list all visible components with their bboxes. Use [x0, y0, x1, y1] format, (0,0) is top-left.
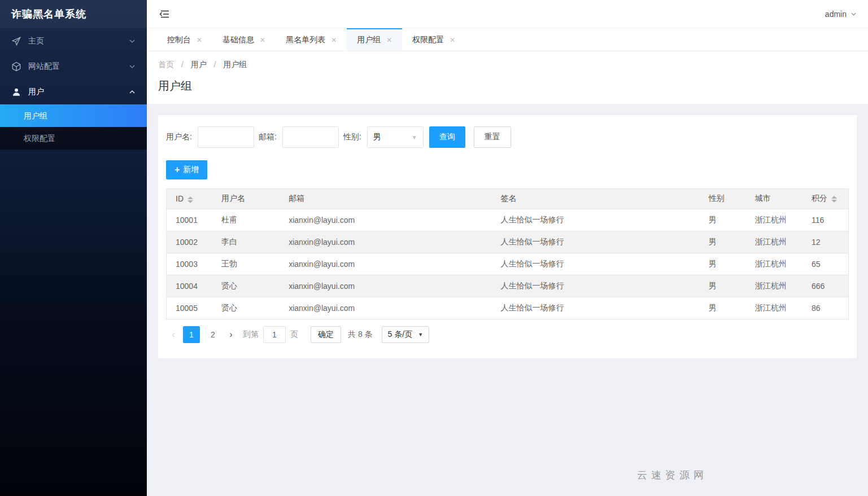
cell-score: 12: [802, 231, 848, 253]
per-page-value: 5 条/页: [388, 330, 413, 340]
chevron-down-icon: [129, 38, 136, 45]
cell-username: 杜甫: [212, 209, 280, 231]
column-header-city: 城市: [746, 189, 802, 209]
sidebar-item-site-config[interactable]: 网站配置: [0, 54, 147, 79]
cell-id: 10004: [167, 275, 212, 297]
app-title: 诈骗黑名单系统: [0, 0, 147, 28]
breadcrumb-separator: /: [214, 60, 216, 69]
next-page-icon[interactable]: ›: [224, 330, 238, 340]
sidebar: 诈骗黑名单系统 主页 网站配置: [0, 0, 147, 496]
column-header-score[interactable]: 积分: [802, 189, 848, 209]
user-menu[interactable]: admin: [825, 10, 857, 19]
goto-confirm-button[interactable]: 确定: [311, 326, 341, 343]
email-input[interactable]: [282, 126, 339, 148]
column-header-gender: 性别: [700, 189, 746, 209]
close-icon[interactable]: ✕: [260, 36, 265, 44]
cell-gender: 男: [700, 297, 746, 319]
column-header-signature: 签名: [491, 189, 699, 209]
cell-signature: 人生恰似一场修行: [491, 297, 699, 319]
cell-signature: 人生恰似一场修行: [491, 275, 699, 297]
column-header-id[interactable]: ID: [167, 189, 212, 209]
username-input[interactable]: [198, 126, 254, 148]
breadcrumb: 首页 / 用户 / 用户组: [158, 60, 857, 70]
cell-username: 贤心: [212, 297, 280, 319]
cell-signature: 人生恰似一场修行: [491, 209, 699, 231]
reset-button[interactable]: 重置: [474, 126, 511, 148]
breadcrumb-home[interactable]: 首页: [158, 60, 174, 69]
topbar: admin: [147, 0, 868, 28]
sidebar-item-permission-config[interactable]: 权限配置: [0, 127, 147, 150]
per-page-select[interactable]: 5 条/页 ▼: [382, 326, 430, 343]
cell-score: 666: [802, 275, 848, 297]
gender-select[interactable]: 男 ▼: [367, 126, 424, 148]
sort-icon[interactable]: [831, 196, 837, 203]
tab-console[interactable]: 控制台 ✕: [157, 28, 212, 51]
page-number-1[interactable]: 1: [183, 326, 200, 343]
tab-bar: 控制台 ✕ 基础信息 ✕ 黑名单列表 ✕ 用户组 ✕ 权限配置 ✕: [147, 28, 868, 51]
cell-gender: 男: [700, 209, 746, 231]
cube-icon: [11, 62, 21, 72]
add-button-label: 新增: [183, 165, 199, 175]
tab-label: 用户组: [357, 35, 381, 45]
cell-id: 10003: [167, 253, 212, 275]
chevron-down-icon: [129, 63, 136, 70]
tab-label: 控制台: [167, 35, 191, 45]
close-icon[interactable]: ✕: [331, 36, 337, 44]
cell-id: 10002: [167, 231, 212, 253]
pagination: ‹ 1 2 › 到第 页 确定 共 8 条 5 条/页 ▼: [166, 326, 849, 343]
sidebar-item-home[interactable]: 主页: [0, 28, 147, 54]
tab-label: 基础信息: [223, 35, 254, 45]
cell-username: 贤心: [212, 275, 280, 297]
goto-label: 到第: [243, 330, 259, 340]
user-group-card: 用户名: 邮箱: 性别: 男 ▼ 查询 重置 + 新增: [158, 115, 857, 358]
page-number-2[interactable]: 2: [204, 326, 221, 343]
goto-page-input[interactable]: [263, 326, 286, 343]
cell-city: 浙江杭州: [746, 253, 802, 275]
table-header-row: ID 用户名 邮箱 签名 性别 城市 积分: [167, 189, 848, 209]
sidebar-item-label: 主页: [28, 36, 44, 46]
close-icon[interactable]: ✕: [197, 36, 202, 44]
prev-page-icon[interactable]: ‹: [166, 330, 181, 340]
sidebar-item-users[interactable]: 用户: [0, 79, 147, 104]
column-header-email: 邮箱: [280, 189, 491, 209]
sort-icon[interactable]: [187, 196, 193, 203]
plus-icon: +: [175, 165, 180, 175]
cell-gender: 男: [700, 231, 746, 253]
sidebar-subitem-label: 用户组: [24, 111, 47, 120]
cell-city: 浙江杭州: [746, 231, 802, 253]
email-field-label: 邮箱:: [259, 132, 277, 142]
main-area: admin 控制台 ✕ 基础信息 ✕ 黑名单列表 ✕ 用户组 ✕ 权限配置 ✕ …: [147, 0, 868, 496]
search-form: 用户名: 邮箱: 性别: 男 ▼ 查询 重置: [166, 126, 849, 148]
breadcrumb-users[interactable]: 用户: [191, 60, 207, 69]
table-row: 10005 贤心 xianxin@layui.com 人生恰似一场修行 男 浙江…: [167, 297, 848, 319]
add-user-button[interactable]: + 新增: [166, 160, 207, 179]
page-title: 用户组: [158, 78, 857, 94]
username-field-label: 用户名:: [166, 132, 192, 142]
cell-city: 浙江杭州: [746, 275, 802, 297]
content-area: 用户名: 邮箱: 性别: 男 ▼ 查询 重置 + 新增: [147, 104, 868, 448]
send-icon: [11, 36, 21, 46]
cell-id: 10001: [167, 209, 212, 231]
search-button[interactable]: 查询: [429, 126, 465, 148]
tab-user-group[interactable]: 用户组 ✕: [347, 28, 402, 51]
page-header: 首页 / 用户 / 用户组 用户组: [147, 51, 868, 104]
close-icon[interactable]: ✕: [386, 36, 392, 44]
tab-basic-info[interactable]: 基础信息 ✕: [212, 28, 276, 51]
cell-username: 王勃: [212, 253, 280, 275]
sidebar-item-user-group[interactable]: 用户组: [0, 104, 147, 127]
tab-permission-config[interactable]: 权限配置 ✕: [402, 28, 465, 51]
cell-city: 浙江杭州: [746, 209, 802, 231]
sidebar-toggle-icon[interactable]: [158, 8, 171, 20]
column-header-username: 用户名: [212, 189, 280, 209]
table-row: 10002 李白 xianxin@layui.com 人生恰似一场修行 男 浙江…: [167, 231, 848, 253]
cell-email: xianxin@layui.com: [280, 297, 491, 319]
close-icon[interactable]: ✕: [450, 36, 455, 44]
cell-email: xianxin@layui.com: [280, 231, 491, 253]
sidebar-submenu-users: 用户组 权限配置: [0, 104, 147, 150]
user-icon: [11, 87, 21, 97]
cell-email: xianxin@layui.com: [280, 275, 491, 297]
gender-select-value: 男: [373, 132, 381, 142]
tab-blacklist[interactable]: 黑名单列表 ✕: [276, 28, 347, 51]
cell-score: 65: [802, 253, 848, 275]
sidebar-item-label: 用户: [28, 87, 44, 97]
